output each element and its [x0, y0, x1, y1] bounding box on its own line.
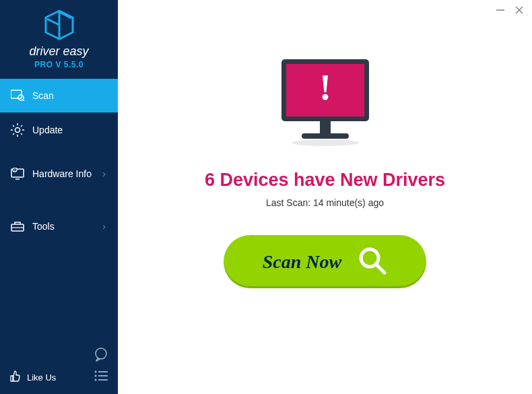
- nav-label: Update: [32, 125, 108, 135]
- logo-icon: [42, 8, 76, 42]
- svg-point-19: [96, 348, 106, 359]
- scan-icon: [9, 90, 26, 102]
- nav-label: Scan: [32, 90, 108, 101]
- like-label: Like Us: [27, 372, 56, 383]
- svg-point-34: [292, 139, 359, 146]
- main-panel: ! 6 Devices have New Drivers Last Scan: …: [118, 0, 532, 394]
- svg-text:!: !: [319, 67, 331, 108]
- svg-point-24: [95, 379, 97, 381]
- monitor-icon: i: [9, 168, 26, 180]
- svg-point-2: [18, 95, 24, 100]
- nav-label: Hardware Info: [32, 168, 102, 179]
- minimize-button[interactable]: [496, 5, 505, 17]
- nav-item-hardware-info[interactable]: i Hardware Info ›: [0, 157, 118, 191]
- gear-icon: [9, 123, 26, 137]
- nav-item-tools[interactable]: Tools ›: [0, 209, 118, 243]
- chevron-right-icon: ›: [102, 221, 106, 232]
- nav: Scan Update i Hardware Info › Tools ›: [0, 79, 118, 340]
- chat-icon[interactable]: [94, 352, 108, 364]
- svg-line-36: [376, 265, 385, 273]
- scan-now-button[interactable]: Scan Now: [224, 235, 426, 288]
- nav-item-update[interactable]: Update: [0, 112, 118, 147]
- alert-monitor-icon: !: [275, 54, 376, 151]
- like-us-button[interactable]: Like Us: [9, 370, 56, 385]
- content: ! 6 Devices have New Drivers Last Scan: …: [118, 5, 532, 288]
- list-icon[interactable]: [94, 370, 108, 385]
- last-scan-label: Last Scan: 14 minute(s) ago: [266, 197, 384, 208]
- svg-rect-1: [11, 90, 22, 98]
- version-label: PRO V 5.5.0: [0, 60, 118, 69]
- svg-line-3: [23, 100, 24, 101]
- svg-rect-33: [302, 133, 349, 139]
- headline: 6 Devices have New Drivers: [205, 170, 445, 191]
- svg-point-4: [15, 128, 20, 133]
- svg-point-22: [95, 375, 97, 377]
- nav-label: Tools: [32, 221, 102, 232]
- thumbs-up-icon: [9, 370, 22, 385]
- svg-line-11: [13, 133, 14, 135]
- sidebar-bottom: Like Us: [0, 340, 118, 394]
- svg-point-20: [95, 371, 97, 373]
- nav-item-scan[interactable]: Scan: [0, 79, 118, 112]
- svg-line-9: [13, 125, 14, 127]
- close-button[interactable]: [514, 5, 524, 17]
- sidebar: driver easy PRO V 5.5.0 Scan Update i Ha…: [0, 0, 118, 394]
- svg-line-10: [21, 133, 22, 135]
- scan-button-label: Scan Now: [263, 251, 341, 273]
- toolbox-icon: [9, 220, 26, 232]
- logo-section: driver easy PRO V 5.5.0: [0, 0, 118, 79]
- brand-name: driver easy: [0, 44, 118, 59]
- window-controls: [496, 5, 524, 17]
- magnifier-icon: [358, 246, 387, 277]
- chevron-right-icon: ›: [102, 168, 106, 179]
- svg-rect-32: [320, 121, 331, 135]
- svg-line-12: [21, 125, 22, 127]
